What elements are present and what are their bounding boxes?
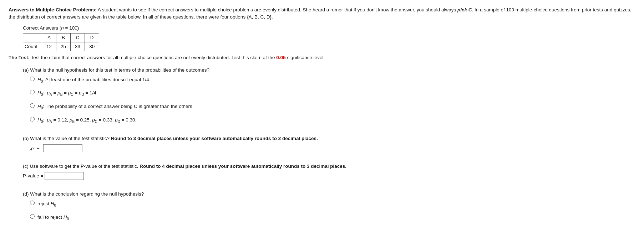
table-header-d: D [85,33,99,42]
part-d-option-2-text: fail to reject H0 [37,214,69,222]
chi-sq-input[interactable] [43,144,82,152]
significance-level: 0.05 [276,55,285,60]
pvalue-line: P-value = [23,172,635,180]
part-a-option-1-text: H0: At least one of the probabilities do… [37,76,151,84]
table-section: Correct Answers (n = 100) A B C D Count … [23,25,635,52]
part-c-question-text: (c) Use software to get the P-value of t… [23,164,138,169]
radio-a1[interactable] [30,77,35,81]
table-header-c: C [71,33,85,42]
intro-text1: A student wants to see if the correct an… [97,7,457,12]
test-text2: significance level. [287,55,325,60]
part-b-section: (b) What is the value of the test statis… [9,135,635,152]
part-d-option-1[interactable]: reject H0 [30,200,635,208]
table-label: Correct Answers (n = 100) [23,25,635,32]
part-a-option-3-text: H0: The probability of a correct answer … [37,103,194,111]
radio-d2[interactable] [30,214,35,219]
radio-a2[interactable] [30,90,35,94]
part-b-question: (b) What is the value of the test statis… [23,135,635,142]
part-d-question: (d) What is the conclusion regarding the… [23,191,635,198]
chi-equals: = [37,144,40,152]
part-c-question: (c) Use software to get the P-value of t… [23,163,635,170]
pvalue-label: P-value = [23,172,43,180]
part-b-instruction: Round to 3 decimal places unless your so… [111,136,318,141]
part-a-question: (a) What is the null hypothesis for this… [23,67,635,74]
part-a-option-2-text: H0: pA = pB = pC = pD = 1/4. [37,89,98,97]
chi-exponent: 2 [33,146,35,151]
pvalue-input[interactable] [45,172,84,180]
part-a-option-4[interactable]: H0: pA = 0.12, pB = 0.25, pC = 0.33, pD … [30,116,635,124]
part-c-instruction: Round to 4 decimal places unless your so… [140,164,346,169]
table-header-b: B [56,33,71,42]
table-cell-c: 33 [71,42,85,51]
chi-sq-line: χ2 = [30,144,635,152]
chi-symbol: χ [30,144,33,152]
part-d-option-1-text: reject H0 [37,200,56,208]
table-n-eq: = 100) [64,25,79,31]
intro-italic: pick C [457,7,472,12]
table-row-label: Count [23,42,42,51]
part-a-option-2[interactable]: H0: pA = pB = pC = pD = 1/4. [30,89,635,97]
table-empty-header [23,33,42,42]
table-cell-a: 12 [42,42,56,51]
part-a-option-1[interactable]: H0: At least one of the probabilities do… [30,76,635,84]
test-text1: Test the claim that correct answers for … [31,55,277,60]
test-bold: The Test: [9,55,30,60]
radio-a4[interactable] [30,117,35,121]
table-cell-d: 30 [85,42,99,51]
part-c-section: (c) Use software to get the P-value of t… [9,163,635,180]
radio-a3[interactable] [30,103,35,108]
part-a-section: (a) What is the null hypothesis for this… [9,67,635,124]
data-table: A B C D Count 12 25 33 30 [23,33,99,52]
part-d-option-2[interactable]: fail to reject H0 [30,213,635,222]
table-n: n [61,25,64,31]
test-line: The Test: Test the claim that correct an… [9,54,635,61]
part-b-question-text: (b) What is the value of the test statis… [23,136,110,141]
part-a-option-4-text: H0: pA = 0.12, pB = 0.25, pC = 0.33, pD … [37,116,136,124]
table-cell-b: 25 [56,42,71,51]
intro-paragraph: Answers to Multiple-Choice Problems: A s… [9,6,635,21]
table-label-start: Correct Answers ( [23,25,61,31]
radio-d1[interactable] [30,201,35,205]
part-a-option-3[interactable]: H0: The probability of a correct answer … [30,103,635,111]
table-header-a: A [42,33,56,42]
intro-bold: Answers to Multiple-Choice Problems: [9,7,97,12]
part-d-section: (d) What is the conclusion regarding the… [9,191,635,222]
